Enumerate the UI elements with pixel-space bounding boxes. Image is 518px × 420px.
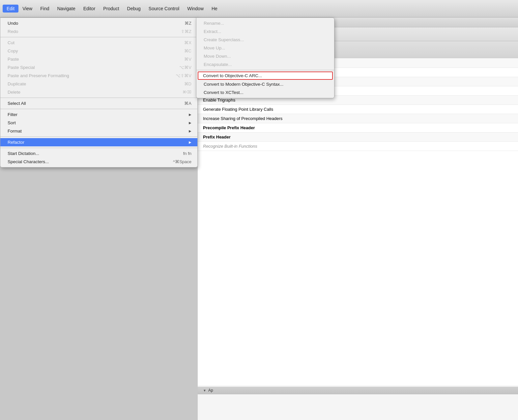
refactor-submenu: Rename... Extract... Create Superclass..… [196, 17, 334, 98]
menu-source-control[interactable]: Source Control [145, 5, 183, 13]
menu-item-undo[interactable]: Undo ⌘Z [0, 19, 197, 27]
menu-item-cut[interactable]: Cut ⌘X [0, 39, 197, 47]
submenu-encapsulate[interactable]: Encapsulate... [196, 60, 334, 69]
separator-5 [0, 148, 197, 148]
menu-view[interactable]: View [18, 5, 36, 13]
menu-item-refactor[interactable]: Refactor ▶ [0, 138, 197, 146]
menu-item-redo[interactable]: Redo ⇧⌘Z [0, 27, 197, 36]
settings-row-prefix-header: Prefix Header [198, 133, 518, 142]
separator-2 [0, 98, 197, 98]
menu-edit[interactable]: Edit [3, 5, 18, 13]
menu-item-select-all[interactable]: Select All ⌘A [0, 99, 197, 107]
submenu-move-up[interactable]: Move Up... [196, 44, 334, 52]
menu-product[interactable]: Product [99, 5, 123, 13]
separator-3 [0, 109, 197, 109]
menu-item-sort[interactable]: Sort ▶ [0, 119, 197, 127]
refactor-separator-1 [196, 70, 334, 70]
settings-list: C Language Dialect CodeWarrior/MS-Style … [198, 58, 518, 385]
settings-row-increase-sharing: Increase Sharing of Precompiled Headers [198, 114, 518, 123]
filter-arrow-icon: ▶ [189, 113, 191, 116]
app-section-header: ▼ Ap [198, 387, 518, 394]
menu-item-filter[interactable]: Filter ▶ [0, 110, 197, 119]
submenu-move-down[interactable]: Move Down... [196, 52, 334, 60]
menu-item-paste-preserve[interactable]: Paste and Preserve Formatting ⌥⇧⌘V [0, 72, 197, 80]
settings-row-precompile-prefix: Precompile Prefix Header [198, 123, 518, 133]
submenu-extract[interactable]: Extract... [196, 27, 334, 36]
menu-item-start-dictation[interactable]: Start Dictation... fn fn [0, 149, 197, 158]
settings-row-recognize-builtin: Recognize Built-in Functions [198, 142, 518, 151]
submenu-rename[interactable]: Rename... [196, 19, 334, 27]
menu-navigate[interactable]: Navigate [53, 5, 79, 13]
separator-1 [0, 37, 197, 37]
separator-4 [0, 136, 197, 137]
menu-item-duplicate[interactable]: Duplicate ⌘D [0, 80, 197, 88]
settings-row-generate-floating: Generate Floating Point Library Calls [198, 105, 518, 114]
triangle-icon: ▼ [203, 389, 206, 392]
menu-item-delete[interactable]: Delete ⌘⌫ [0, 88, 197, 96]
menu-window[interactable]: Window [183, 5, 208, 13]
submenu-create-superclass[interactable]: Create Superclass... [196, 36, 334, 44]
refactor-arrow-icon: ▶ [189, 140, 191, 144]
menu-editor[interactable]: Editor [79, 5, 100, 13]
menu-item-paste-special[interactable]: Paste Special ⌥⌘V [0, 63, 197, 72]
menubar: Edit View Find Navigate Editor Product D… [0, 0, 518, 17]
sort-arrow-icon: ▶ [189, 121, 191, 125]
menu-item-special-chars[interactable]: Special Characters... ^⌘Space [0, 158, 197, 166]
format-arrow-icon: ▶ [189, 129, 191, 133]
submenu-convert-arc[interactable]: Convert to Objective-C ARC... [198, 72, 333, 80]
submenu-convert-xctest[interactable]: Convert to XCTest... [196, 88, 334, 97]
menu-debug[interactable]: Debug [123, 5, 145, 13]
menu-help[interactable]: He [208, 5, 221, 13]
menu-item-copy[interactable]: Copy ⌘C [0, 47, 197, 55]
submenu-convert-modern[interactable]: Convert to Modern Objective-C Syntax... [196, 80, 334, 88]
menu-item-format[interactable]: Format ▶ [0, 127, 197, 135]
menu-item-paste[interactable]: Paste ⌘V [0, 55, 197, 63]
edit-dropdown-menu: Undo ⌘Z Redo ⇧⌘Z Cut ⌘X Copy ⌘C Paste ⌘V… [0, 17, 198, 167]
menu-find[interactable]: Find [36, 5, 53, 13]
